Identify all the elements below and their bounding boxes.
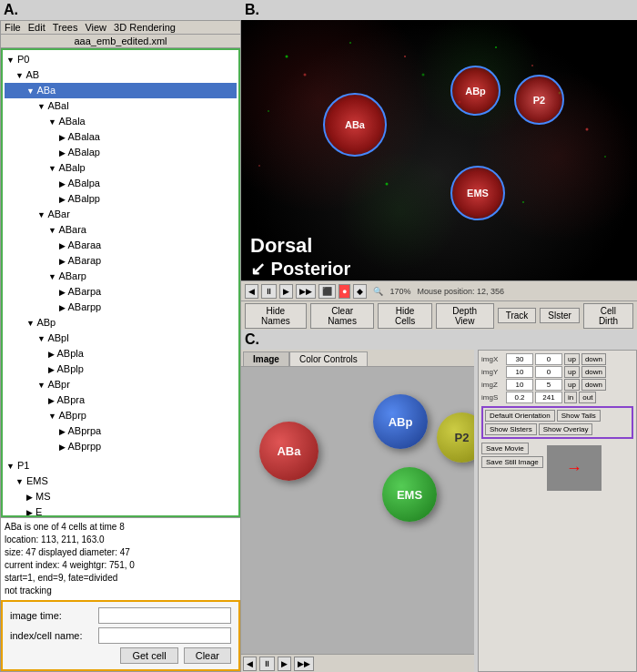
tree-item-abara[interactable]: ▼ ABara bbox=[5, 222, 237, 238]
cell-p2-3d[interactable]: P2 bbox=[437, 412, 474, 463]
tree-item-abprpp[interactable]: ▶ ABprpp bbox=[5, 439, 237, 454]
cell-dirth-btn[interactable]: Cell Dirth bbox=[583, 303, 633, 329]
default-orientation-btn[interactable]: Default Orientation bbox=[485, 410, 555, 422]
tree-item-abpla[interactable]: ▶ ABpla bbox=[5, 346, 237, 361]
cell-ems-microscopy[interactable]: EMS bbox=[450, 166, 505, 220]
ctrl-down-imgz[interactable]: down bbox=[581, 379, 606, 391]
ctrl-row-imgy: imgY up down bbox=[481, 366, 633, 378]
label-abpr: ABpr bbox=[47, 379, 69, 390]
get-cell-button[interactable]: Get cell bbox=[120, 647, 177, 664]
ctrl-out-imgs[interactable]: out bbox=[579, 392, 596, 403]
tree-item-abalap[interactable]: ▶ ABalap bbox=[5, 145, 237, 160]
fast-fwd-btn[interactable]: ▶▶ bbox=[296, 284, 316, 299]
microscopy-view[interactable]: ABa ABp P2 EMS Dorsal ↙ Posterior bbox=[241, 20, 637, 330]
play-btn[interactable]: ◀ bbox=[245, 284, 258, 299]
tree-item-abal[interactable]: ▼ ABal bbox=[5, 98, 237, 114]
label-ems: EMS bbox=[26, 475, 48, 486]
save-still-btn[interactable]: Save Still Image bbox=[481, 456, 543, 468]
ctrl-down-imgx[interactable]: down bbox=[581, 353, 606, 365]
ctrl-up-imgy[interactable]: up bbox=[564, 366, 580, 378]
tree-area[interactable]: ▼ P0 ▼ AB ▼ ABa ▼ ABal ▼ ABala bbox=[1, 48, 240, 517]
clear-names-btn[interactable]: Clear Names bbox=[310, 303, 375, 329]
tree-item-abalp[interactable]: ▼ ABalp bbox=[5, 160, 237, 176]
ctrl-val1-imgs[interactable] bbox=[506, 392, 533, 403]
menu-3d-rendering[interactable]: 3D Rendering bbox=[114, 22, 176, 33]
tree-item-p0[interactable]: ▼ P0 bbox=[5, 52, 237, 67]
save-movie-btn[interactable]: Save Movie bbox=[481, 443, 529, 454]
tree-item-ab[interactable]: ▼ AB bbox=[5, 67, 237, 83]
ctrl-val1-imgy[interactable] bbox=[506, 366, 533, 378]
ctrl-val2-imgy[interactable] bbox=[535, 366, 562, 378]
menu-trees[interactable]: Trees bbox=[53, 22, 78, 33]
depth-view-btn[interactable]: Depth View bbox=[436, 303, 494, 329]
pause-btn[interactable]: ⏸ bbox=[261, 284, 277, 299]
image-time-input[interactable] bbox=[98, 607, 231, 624]
next-btn-c[interactable]: ▶ bbox=[278, 657, 291, 671]
ctrl-val2-imgx[interactable] bbox=[535, 353, 562, 365]
tree-item-abala[interactable]: ▼ ABala bbox=[5, 114, 237, 129]
cell-ems-3d[interactable]: EMS bbox=[382, 467, 437, 522]
start-btn[interactable]: ⬛ bbox=[318, 284, 336, 299]
menu-file[interactable]: File bbox=[5, 22, 21, 33]
tree-item-aba[interactable]: ▼ ABa bbox=[5, 83, 237, 98]
menu-view[interactable]: View bbox=[85, 22, 106, 33]
tab-image[interactable]: Image bbox=[243, 351, 289, 366]
tree-item-abp[interactable]: ▼ ABp bbox=[5, 315, 237, 331]
tree-item-abalpa[interactable]: ▶ ABalpa bbox=[5, 176, 237, 191]
pause-btn-c[interactable]: ⏸ bbox=[259, 657, 275, 671]
orient-buttons: Default Orientation Show Tails Show Slst… bbox=[485, 410, 630, 435]
label-abalap: ABalap bbox=[67, 147, 99, 158]
ctrl-down-imgy[interactable]: down bbox=[581, 366, 606, 378]
tree-item-abarap[interactable]: ▶ ABarap bbox=[5, 253, 237, 269]
show-overlay-btn[interactable]: Show Overlay bbox=[539, 423, 593, 435]
ctrl-val1-imgz[interactable] bbox=[506, 379, 533, 391]
show-tails-btn[interactable]: Show Tails bbox=[557, 410, 601, 422]
tree-item-abarpa[interactable]: ▶ ABarpa bbox=[5, 284, 237, 300]
cell-aba-microscopy[interactable]: ABa bbox=[323, 93, 387, 157]
hide-cells-btn[interactable]: Hide Cells bbox=[378, 303, 431, 329]
tree-item-abplp[interactable]: ▶ ABplp bbox=[5, 361, 237, 377]
ctrl-val2-imgz[interactable] bbox=[535, 379, 562, 391]
tree-item-abarp[interactable]: ▼ ABarp bbox=[5, 269, 237, 284]
tree-item-abarpp[interactable]: ▶ ABarpp bbox=[5, 300, 237, 315]
tree-item-e[interactable]: ▶ E bbox=[5, 504, 237, 517]
tree-item-abprpa[interactable]: ▶ ABprpa bbox=[5, 423, 237, 439]
ctrl-up-imgx[interactable]: up bbox=[564, 353, 580, 365]
cell-abp-microscopy[interactable]: ABp bbox=[450, 66, 500, 116]
stop-btn[interactable]: ◆ bbox=[353, 284, 367, 299]
cell-p2-microscopy[interactable]: P2 bbox=[514, 75, 564, 125]
ctrl-up-imgz[interactable]: up bbox=[564, 379, 580, 391]
clear-button[interactable]: Clear bbox=[184, 647, 231, 664]
fast-fwd-btn-c[interactable]: ▶▶ bbox=[294, 657, 314, 671]
cell-abp-3d[interactable]: ABp bbox=[373, 394, 428, 449]
cell-name-input[interactable] bbox=[98, 627, 231, 644]
menu-edit[interactable]: Edit bbox=[28, 22, 46, 33]
section-c: Image Color Controls ABp P2 ABa EMS bbox=[241, 350, 637, 672]
action-bar: Hide Names Clear Names Hide Cells Depth … bbox=[241, 300, 637, 330]
hide-names-btn[interactable]: Hide Names bbox=[245, 303, 307, 329]
tree-item-abprp[interactable]: ▼ ABprp bbox=[5, 408, 237, 423]
next-btn[interactable]: ▶ bbox=[279, 284, 293, 299]
slster-btn[interactable]: Slster bbox=[540, 308, 580, 323]
track-btn[interactable]: Track bbox=[498, 308, 537, 323]
tree-item-abalaa[interactable]: ▶ ABalaa bbox=[5, 129, 237, 145]
cell-aba-3d[interactable]: ABa bbox=[259, 422, 318, 481]
tree-item-ms[interactable]: ▶ MS bbox=[5, 489, 237, 504]
record-btn[interactable]: ● bbox=[339, 284, 350, 299]
tab-color-controls[interactable]: Color Controls bbox=[289, 351, 368, 366]
ctrl-in-imgs[interactable]: in bbox=[564, 392, 577, 403]
tree-item-p1[interactable]: ▼ P1 bbox=[5, 458, 237, 473]
show-slsters-btn[interactable]: Show Slsters bbox=[485, 423, 537, 435]
tree-item-abalpp[interactable]: ▶ ABalpp bbox=[5, 191, 237, 207]
tree-item-abpl[interactable]: ▼ ABpl bbox=[5, 331, 237, 346]
cell-3d-viewer[interactable]: ABp P2 ABa EMS bbox=[241, 367, 474, 654]
ctrl-val2-imgs[interactable] bbox=[535, 392, 562, 403]
ctrl-val1-imgx[interactable] bbox=[506, 353, 533, 365]
tree-item-ems[interactable]: ▼ EMS bbox=[5, 473, 237, 489]
play-btn-c[interactable]: ◀ bbox=[243, 657, 257, 671]
tree-item-abpra[interactable]: ▶ ABpra bbox=[5, 392, 237, 408]
tree-item-abar[interactable]: ▼ ABar bbox=[5, 207, 237, 222]
tree-item-abaraa[interactable]: ▶ ABaraa bbox=[5, 238, 237, 253]
tree-item-abpr[interactable]: ▼ ABpr bbox=[5, 377, 237, 392]
label-abalaa: ABalaa bbox=[67, 131, 99, 142]
